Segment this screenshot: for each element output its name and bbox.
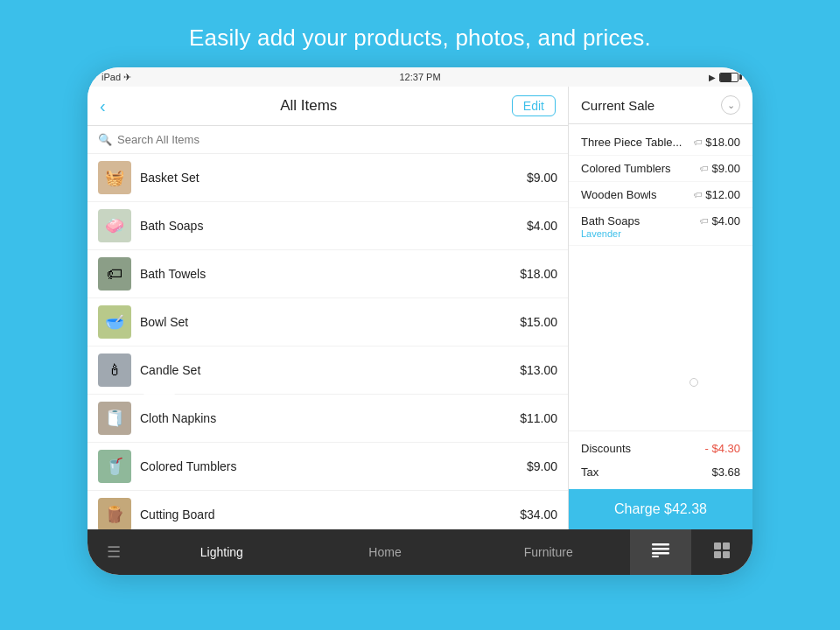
search-bar: 🔍 xyxy=(88,126,568,154)
grid-view-icon xyxy=(714,542,730,563)
discounts-row: Discounts - $4.30 xyxy=(569,437,752,460)
collapse-button[interactable]: ⌄ xyxy=(721,95,740,115)
sale-item-name: Wooden Bowls xyxy=(581,188,694,201)
search-icon: 🔍 xyxy=(98,133,112,146)
item-thumbnail: 🧼 xyxy=(98,209,131,242)
status-bar: iPad ✈ 12:37 PM ▶ xyxy=(88,67,752,87)
charge-button[interactable]: Charge $42.38 xyxy=(569,489,752,529)
item-thumbnail: 🕯 xyxy=(98,354,131,387)
sale-item-left: Wooden Bowls xyxy=(581,188,694,201)
svg-rect-2 xyxy=(652,552,669,555)
left-panel-title: All Items xyxy=(280,97,337,115)
sale-items-list: Three Piece Table... 🏷 $18.00 Colored Tu… xyxy=(569,124,752,430)
discounts-label: Discounts xyxy=(581,442,631,455)
item-name: Colored Tumblers xyxy=(140,459,518,473)
item-price: $9.00 xyxy=(527,459,557,473)
device-frame: iPad ✈ 12:37 PM ▶ ‹ All Items Edit 🔍 xyxy=(88,67,752,575)
svg-rect-6 xyxy=(714,551,721,558)
svg-rect-0 xyxy=(652,543,669,546)
bottom-nav: ☰ Lighting Home Furniture xyxy=(88,529,752,575)
list-item[interactable]: 🪵 Cutting Board $34.00 xyxy=(88,491,568,529)
side-button-left xyxy=(144,381,175,412)
item-price: $13.00 xyxy=(520,363,557,377)
sale-item-row[interactable]: Three Piece Table... 🏷 $18.00 xyxy=(569,130,752,156)
status-time: 12:37 PM xyxy=(399,72,440,82)
svg-rect-1 xyxy=(652,548,669,550)
item-name: Candle Set xyxy=(140,363,511,377)
nav-tab-lighting[interactable]: Lighting xyxy=(140,529,304,575)
item-price: $11.00 xyxy=(520,411,557,425)
status-left: iPad ✈ xyxy=(102,72,131,83)
headline: Easily add your products, photos, and pr… xyxy=(189,24,651,52)
sale-item-left: Three Piece Table... xyxy=(581,136,694,149)
tax-label: Tax xyxy=(581,466,598,479)
list-item[interactable]: 🧼 Bath Soaps $4.00 xyxy=(88,202,568,250)
item-thumbnail: 🧻 xyxy=(98,402,131,435)
item-price: $15.00 xyxy=(520,315,557,329)
back-button[interactable]: ‹ xyxy=(100,97,106,115)
battery-icon xyxy=(719,73,738,82)
list-view-icon xyxy=(652,543,669,562)
current-sale-title: Current Sale xyxy=(581,98,654,113)
sale-item-price-wrap: 🏷 $9.00 xyxy=(700,162,740,175)
item-name: Bath Towels xyxy=(140,267,511,281)
sale-item-row[interactable]: Bath Soaps Lavender 🏷 $4.00 xyxy=(569,208,752,246)
grid-view-button[interactable] xyxy=(691,529,752,575)
item-price: $18.00 xyxy=(520,267,557,281)
item-price: $4.00 xyxy=(527,219,557,233)
sale-item-sub: Lavender xyxy=(581,228,700,239)
sale-item-left: Colored Tumblers xyxy=(581,162,700,175)
sale-item-price: $18.00 xyxy=(705,136,740,149)
list-item[interactable]: 🏷 Bath Towels $18.00 xyxy=(88,250,568,298)
item-name: Cloth Napkins xyxy=(140,411,511,425)
discounts-value: - $4.30 xyxy=(705,442,740,455)
sale-item-price-wrap: 🏷 $12.00 xyxy=(694,188,740,201)
ipad-label: iPad ✈ xyxy=(102,72,131,83)
sale-item-row[interactable]: Wooden Bowls 🏷 $12.00 xyxy=(569,182,752,208)
item-thumbnail: 🪵 xyxy=(98,498,131,529)
tax-row: Tax $3.68 xyxy=(569,460,752,484)
svg-rect-5 xyxy=(723,542,730,550)
item-price: $9.00 xyxy=(527,171,557,185)
sale-item-price: $4.00 xyxy=(711,214,740,228)
left-header: ‹ All Items Edit xyxy=(88,87,568,126)
tag-icon: 🏷 xyxy=(700,216,709,226)
sale-item-name: Colored Tumblers xyxy=(581,162,700,175)
item-thumbnail: 🥣 xyxy=(98,305,131,339)
menu-button[interactable]: ☰ xyxy=(88,529,140,575)
edit-button[interactable]: Edit xyxy=(512,95,556,116)
sale-item-price-wrap: 🏷 $18.00 xyxy=(694,136,740,149)
item-price: $34.00 xyxy=(520,508,557,522)
app-body: ‹ All Items Edit 🔍 🧺 Basket Set $9.00 🧼 … xyxy=(88,87,752,529)
nav-tab-furniture-label: Furniture xyxy=(524,545,573,559)
list-item[interactable]: 🥣 Bowl Set $15.00 xyxy=(88,298,568,346)
nav-tab-lighting-label: Lighting xyxy=(200,545,243,559)
search-input[interactable] xyxy=(117,133,557,146)
svg-rect-4 xyxy=(714,542,721,550)
item-thumbnail: 🏷 xyxy=(98,257,131,290)
tag-icon: 🏷 xyxy=(694,137,703,147)
tag-icon: 🏷 xyxy=(694,190,703,200)
svg-rect-3 xyxy=(652,556,659,557)
sale-item-row[interactable]: Colored Tumblers 🏷 $9.00 xyxy=(569,156,752,182)
item-list: 🧺 Basket Set $9.00 🧼 Bath Soaps $4.00 🏷 … xyxy=(88,154,568,529)
sale-item-price: $9.00 xyxy=(711,162,740,175)
sale-item-left: Bath Soaps Lavender xyxy=(581,214,700,239)
list-item[interactable]: 🧺 Basket Set $9.00 xyxy=(88,154,568,202)
list-view-button[interactable] xyxy=(630,529,691,575)
sale-item-price: $12.00 xyxy=(705,188,740,201)
list-item[interactable]: 🥤 Colored Tumblers $9.00 xyxy=(88,443,568,491)
right-panel: Current Sale ⌄ Three Piece Table... 🏷 $1… xyxy=(569,87,752,529)
right-header: Current Sale ⌄ xyxy=(569,87,752,124)
item-thumbnail: 🥤 xyxy=(98,450,131,483)
left-panel: ‹ All Items Edit 🔍 🧺 Basket Set $9.00 🧼 … xyxy=(88,87,569,529)
status-right: ▶ xyxy=(709,73,738,82)
item-name: Bath Soaps xyxy=(140,219,518,233)
item-name: Bowl Set xyxy=(140,315,511,329)
nav-tab-home[interactable]: Home xyxy=(304,529,467,575)
sale-item-name: Three Piece Table... xyxy=(581,136,694,149)
item-name: Basket Set xyxy=(140,171,518,185)
sale-item-name: Bath Soaps xyxy=(581,214,700,228)
nav-tab-furniture[interactable]: Furniture xyxy=(466,529,630,575)
tag-icon: 🏷 xyxy=(700,164,709,173)
